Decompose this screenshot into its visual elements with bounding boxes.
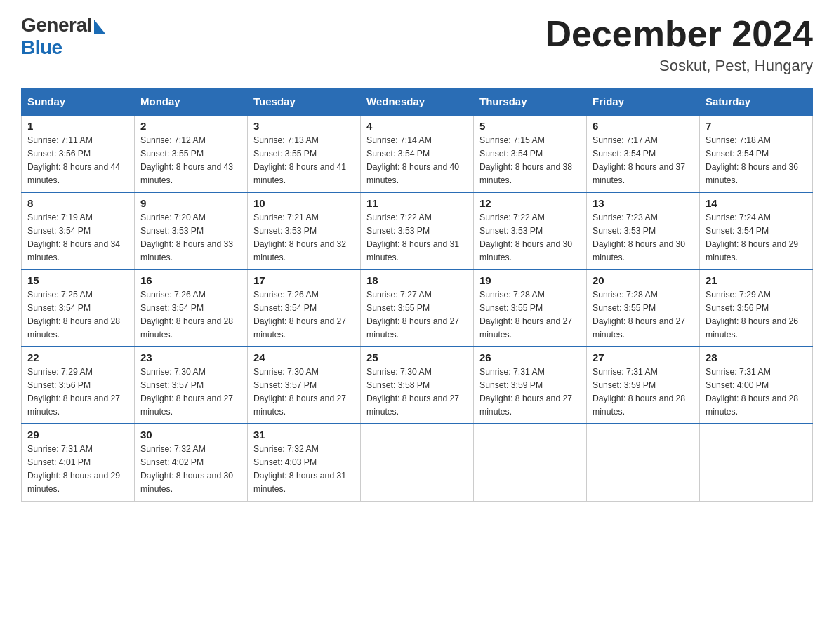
column-header-sunday: Sunday bbox=[22, 88, 135, 116]
day-number: 3 bbox=[253, 120, 355, 132]
day-info: Sunrise: 7:28 AMSunset: 3:55 PMDaylight:… bbox=[479, 290, 572, 340]
day-number: 14 bbox=[706, 197, 807, 209]
day-number: 28 bbox=[706, 351, 807, 363]
calendar-week-2: 8Sunrise: 7:19 AMSunset: 3:54 PMDaylight… bbox=[22, 192, 813, 269]
day-number: 30 bbox=[140, 429, 241, 441]
calendar-cell bbox=[587, 424, 700, 501]
day-number: 10 bbox=[253, 197, 355, 209]
day-number: 4 bbox=[366, 120, 468, 132]
calendar-cell: 12Sunrise: 7:22 AMSunset: 3:53 PMDayligh… bbox=[474, 192, 587, 269]
day-info: Sunrise: 7:31 AMSunset: 4:01 PMDaylight:… bbox=[27, 444, 120, 494]
day-info: Sunrise: 7:30 AMSunset: 3:58 PMDaylight:… bbox=[366, 367, 459, 417]
calendar-week-3: 15Sunrise: 7:25 AMSunset: 3:54 PMDayligh… bbox=[22, 269, 813, 347]
day-number: 13 bbox=[593, 197, 694, 209]
calendar-cell: 20Sunrise: 7:28 AMSunset: 3:55 PMDayligh… bbox=[587, 269, 700, 347]
calendar-cell: 24Sunrise: 7:30 AMSunset: 3:57 PMDayligh… bbox=[248, 347, 361, 424]
day-info: Sunrise: 7:21 AMSunset: 3:53 PMDaylight:… bbox=[253, 213, 346, 262]
calendar-week-5: 29Sunrise: 7:31 AMSunset: 4:01 PMDayligh… bbox=[22, 424, 813, 501]
calendar-cell bbox=[474, 424, 587, 501]
day-info: Sunrise: 7:14 AMSunset: 3:54 PMDaylight:… bbox=[366, 135, 459, 185]
day-number: 23 bbox=[140, 351, 241, 363]
day-info: Sunrise: 7:11 AMSunset: 3:56 PMDaylight:… bbox=[27, 135, 120, 185]
calendar-cell: 8Sunrise: 7:19 AMSunset: 3:54 PMDaylight… bbox=[22, 192, 135, 269]
day-number: 7 bbox=[706, 120, 807, 132]
column-header-wednesday: Wednesday bbox=[361, 88, 474, 116]
day-number: 26 bbox=[479, 351, 581, 363]
day-info: Sunrise: 7:31 AMSunset: 3:59 PMDaylight:… bbox=[593, 367, 685, 417]
column-header-monday: Monday bbox=[135, 88, 248, 116]
day-number: 2 bbox=[140, 120, 241, 132]
day-info: Sunrise: 7:13 AMSunset: 3:55 PMDaylight:… bbox=[253, 135, 346, 185]
calendar-cell: 4Sunrise: 7:14 AMSunset: 3:54 PMDaylight… bbox=[361, 115, 474, 192]
calendar-cell: 19Sunrise: 7:28 AMSunset: 3:55 PMDayligh… bbox=[474, 269, 587, 347]
day-info: Sunrise: 7:29 AMSunset: 3:56 PMDaylight:… bbox=[706, 290, 798, 340]
day-info: Sunrise: 7:15 AMSunset: 3:54 PMDaylight:… bbox=[479, 135, 572, 185]
calendar-cell: 22Sunrise: 7:29 AMSunset: 3:56 PMDayligh… bbox=[22, 347, 135, 424]
day-info: Sunrise: 7:32 AMSunset: 4:03 PMDaylight:… bbox=[253, 444, 346, 494]
calendar-cell: 3Sunrise: 7:13 AMSunset: 3:55 PMDaylight… bbox=[248, 115, 361, 192]
calendar-cell: 16Sunrise: 7:26 AMSunset: 3:54 PMDayligh… bbox=[135, 269, 248, 347]
title-section: December 2024 Soskut, Pest, Hungary bbox=[545, 14, 813, 75]
day-number: 31 bbox=[253, 429, 355, 441]
day-info: Sunrise: 7:32 AMSunset: 4:02 PMDaylight:… bbox=[140, 444, 233, 494]
day-info: Sunrise: 7:25 AMSunset: 3:54 PMDaylight:… bbox=[27, 290, 120, 340]
calendar-cell: 7Sunrise: 7:18 AMSunset: 3:54 PMDaylight… bbox=[700, 115, 813, 192]
calendar-cell: 2Sunrise: 7:12 AMSunset: 3:55 PMDaylight… bbox=[135, 115, 248, 192]
calendar-subtitle: Soskut, Pest, Hungary bbox=[545, 57, 813, 75]
calendar-week-1: 1Sunrise: 7:11 AMSunset: 3:56 PMDaylight… bbox=[22, 115, 813, 192]
day-info: Sunrise: 7:31 AMSunset: 4:00 PMDaylight:… bbox=[706, 367, 798, 417]
day-info: Sunrise: 7:17 AMSunset: 3:54 PMDaylight:… bbox=[593, 135, 685, 185]
calendar-cell: 18Sunrise: 7:27 AMSunset: 3:55 PMDayligh… bbox=[361, 269, 474, 347]
calendar-cell: 31Sunrise: 7:32 AMSunset: 4:03 PMDayligh… bbox=[248, 424, 361, 501]
calendar-cell: 30Sunrise: 7:32 AMSunset: 4:02 PMDayligh… bbox=[135, 424, 248, 501]
calendar-cell: 21Sunrise: 7:29 AMSunset: 3:56 PMDayligh… bbox=[700, 269, 813, 347]
calendar-cell: 9Sunrise: 7:20 AMSunset: 3:53 PMDaylight… bbox=[135, 192, 248, 269]
day-info: Sunrise: 7:22 AMSunset: 3:53 PMDaylight:… bbox=[479, 213, 572, 262]
calendar-cell bbox=[700, 424, 813, 501]
day-number: 29 bbox=[27, 429, 128, 441]
calendar-cell bbox=[361, 424, 474, 501]
day-number: 20 bbox=[593, 274, 694, 286]
day-info: Sunrise: 7:28 AMSunset: 3:55 PMDaylight:… bbox=[593, 290, 685, 340]
day-number: 6 bbox=[593, 120, 694, 132]
day-number: 8 bbox=[27, 197, 128, 209]
day-info: Sunrise: 7:29 AMSunset: 3:56 PMDaylight:… bbox=[27, 367, 120, 417]
column-header-saturday: Saturday bbox=[700, 88, 813, 116]
calendar-cell: 17Sunrise: 7:26 AMSunset: 3:54 PMDayligh… bbox=[248, 269, 361, 347]
day-number: 24 bbox=[253, 351, 355, 363]
day-number: 1 bbox=[27, 120, 128, 132]
logo-general-text: General bbox=[21, 14, 92, 36]
calendar-cell: 25Sunrise: 7:30 AMSunset: 3:58 PMDayligh… bbox=[361, 347, 474, 424]
day-info: Sunrise: 7:30 AMSunset: 3:57 PMDaylight:… bbox=[253, 367, 346, 417]
day-info: Sunrise: 7:30 AMSunset: 3:57 PMDaylight:… bbox=[140, 367, 233, 417]
day-number: 9 bbox=[140, 197, 241, 209]
day-info: Sunrise: 7:19 AMSunset: 3:54 PMDaylight:… bbox=[27, 213, 120, 262]
column-header-thursday: Thursday bbox=[474, 88, 587, 116]
calendar-cell: 15Sunrise: 7:25 AMSunset: 3:54 PMDayligh… bbox=[22, 269, 135, 347]
calendar-cell: 26Sunrise: 7:31 AMSunset: 3:59 PMDayligh… bbox=[474, 347, 587, 424]
calendar-cell: 10Sunrise: 7:21 AMSunset: 3:53 PMDayligh… bbox=[248, 192, 361, 269]
day-info: Sunrise: 7:22 AMSunset: 3:53 PMDaylight:… bbox=[366, 213, 459, 262]
day-number: 22 bbox=[27, 351, 128, 363]
column-header-friday: Friday bbox=[587, 88, 700, 116]
day-number: 17 bbox=[253, 274, 355, 286]
day-number: 27 bbox=[593, 351, 694, 363]
calendar-cell: 28Sunrise: 7:31 AMSunset: 4:00 PMDayligh… bbox=[700, 347, 813, 424]
day-number: 18 bbox=[366, 274, 468, 286]
calendar-cell: 6Sunrise: 7:17 AMSunset: 3:54 PMDaylight… bbox=[587, 115, 700, 192]
day-number: 15 bbox=[27, 274, 128, 286]
day-number: 12 bbox=[479, 197, 581, 209]
calendar-cell: 11Sunrise: 7:22 AMSunset: 3:53 PMDayligh… bbox=[361, 192, 474, 269]
day-info: Sunrise: 7:26 AMSunset: 3:54 PMDaylight:… bbox=[140, 290, 233, 340]
calendar-cell: 14Sunrise: 7:24 AMSunset: 3:54 PMDayligh… bbox=[700, 192, 813, 269]
day-number: 11 bbox=[366, 197, 468, 209]
day-info: Sunrise: 7:20 AMSunset: 3:53 PMDaylight:… bbox=[140, 213, 233, 262]
day-info: Sunrise: 7:31 AMSunset: 3:59 PMDaylight:… bbox=[479, 367, 572, 417]
calendar-cell: 23Sunrise: 7:30 AMSunset: 3:57 PMDayligh… bbox=[135, 347, 248, 424]
day-info: Sunrise: 7:24 AMSunset: 3:54 PMDaylight:… bbox=[706, 213, 798, 262]
calendar-cell: 29Sunrise: 7:31 AMSunset: 4:01 PMDayligh… bbox=[22, 424, 135, 501]
day-number: 25 bbox=[366, 351, 468, 363]
day-number: 21 bbox=[706, 274, 807, 286]
day-info: Sunrise: 7:27 AMSunset: 3:55 PMDaylight:… bbox=[366, 290, 459, 340]
calendar-week-4: 22Sunrise: 7:29 AMSunset: 3:56 PMDayligh… bbox=[22, 347, 813, 424]
